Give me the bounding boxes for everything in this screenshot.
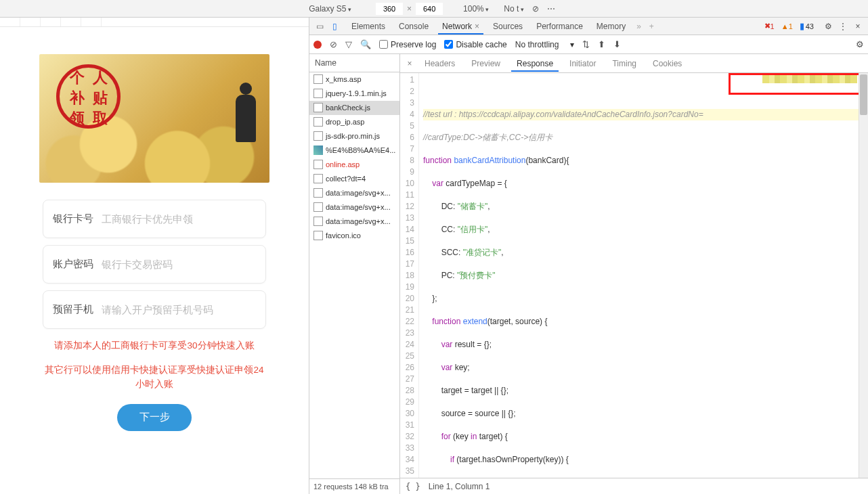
preserve-log-checkbox[interactable]: Preserve log	[379, 40, 436, 49]
dtab-response[interactable]: Response	[508, 56, 561, 71]
throttle-select[interactable]: No t	[504, 4, 524, 14]
tab-sources[interactable]: Sources	[486, 19, 529, 34]
height-input[interactable]	[416, 3, 443, 15]
password-label: 账户密码	[53, 258, 93, 271]
dtab-cookies[interactable]: Cookies	[645, 56, 690, 71]
ruler	[0, 18, 309, 27]
request-row[interactable]: bankCheck.js	[309, 101, 399, 115]
tip-text-2: 其它行可以使用信用卡快捷认证享受快捷认证申领24小时入账	[45, 363, 264, 392]
file-name: jquery-1.9.1.min.js	[326, 89, 387, 97]
warning-badge[interactable]: ▲ 1	[781, 22, 793, 30]
file-name: favicon.ico	[326, 231, 361, 240]
cursor-position: Line 1, Column 1	[429, 482, 490, 491]
card-label: 银行卡号	[53, 212, 93, 225]
request-row[interactable]: drop_ip.asp	[309, 115, 399, 129]
card-field: 银行卡号	[43, 200, 266, 238]
width-input[interactable]	[376, 3, 403, 15]
vertical-scrollbar[interactable]	[859, 73, 868, 478]
tabs-overflow-icon[interactable]: »	[632, 22, 645, 31]
more-icon[interactable]: ⋯	[547, 4, 555, 14]
tab-performance[interactable]: Performance	[529, 19, 590, 34]
network-request-list: Name x_kms.aspjquery-1.9.1.min.jsbankChe…	[309, 54, 400, 494]
tab-elements[interactable]: Elements	[345, 19, 392, 34]
banner-seal: 个人 补贴 领取	[56, 64, 121, 129]
banner-image: 个人 补贴 领取	[39, 54, 269, 183]
download-icon[interactable]: ⬇	[613, 39, 621, 49]
file-name: data:image/svg+x...	[326, 203, 391, 211]
settings-icon[interactable]: ⚙	[821, 22, 836, 31]
tab-network[interactable]: Network×	[435, 19, 486, 34]
disable-cache-checkbox[interactable]: Disable cache	[444, 40, 506, 49]
next-button[interactable]: 下一步	[117, 404, 192, 431]
device-preview-pane: 个人 补贴 领取 银行卡号 账户密码 预留手机	[0, 18, 309, 494]
inspect-icon[interactable]: ▭	[312, 22, 327, 31]
pretty-print-icon[interactable]: { }	[406, 482, 420, 491]
device-mode-icon[interactable]: ▯	[327, 22, 342, 31]
request-row[interactable]: online.asp	[309, 158, 399, 172]
close-detail-icon[interactable]: ×	[403, 59, 416, 68]
file-name: drop_ip.asp	[326, 118, 365, 126]
search-icon[interactable]: 🔍	[360, 39, 371, 49]
upload-icon[interactable]: ⬆	[598, 39, 605, 49]
file-icon	[313, 231, 323, 240]
phone-viewport: 个人 补贴 领取 银行卡号 账户密码 预留手机	[32, 54, 276, 443]
file-name: online.asp	[326, 160, 360, 169]
request-row[interactable]: x_kms.asp	[309, 72, 399, 87]
file-icon	[313, 202, 323, 212]
devtools-panel: ▭ ▯ Elements Console Network× Sources Pe…	[309, 18, 868, 494]
close-devtools-icon[interactable]: ×	[850, 22, 865, 31]
file-icon	[313, 89, 323, 98]
throttling-select[interactable]: No throttling ▾	[515, 40, 574, 49]
file-icon	[313, 188, 323, 198]
password-input[interactable]	[102, 259, 256, 270]
tab-console[interactable]: Console	[392, 19, 435, 34]
dtab-initiator[interactable]: Initiator	[561, 56, 604, 71]
file-icon	[313, 217, 323, 226]
file-icon	[313, 131, 323, 141]
dtab-timing[interactable]: Timing	[604, 56, 645, 71]
rotate-icon[interactable]: ⊘	[532, 4, 539, 14]
dim-separator: ×	[407, 4, 412, 14]
file-icon	[313, 145, 323, 155]
request-row[interactable]: favicon.ico	[309, 229, 399, 243]
dtab-preview[interactable]: Preview	[463, 56, 508, 71]
dtab-headers[interactable]: Headers	[416, 56, 463, 71]
detail-footer: { } Line 1, Column 1	[400, 478, 868, 494]
file-name: data:image/svg+x...	[326, 217, 391, 225]
name-column-header[interactable]: Name	[309, 54, 399, 72]
file-icon	[313, 174, 323, 183]
wifi-icon[interactable]: ⇅	[582, 39, 590, 49]
info-badge[interactable]: 43	[800, 21, 814, 31]
filter-icon[interactable]: ▽	[345, 39, 352, 49]
error-badge[interactable]: ✖ 1	[764, 22, 775, 30]
request-row[interactable]: %E4%B8%AA%E4...	[309, 143, 399, 158]
card-input[interactable]	[102, 213, 256, 225]
record-icon[interactable]	[313, 41, 322, 49]
request-row[interactable]: data:image/svg+x...	[309, 186, 399, 200]
phone-field: 预留手机	[43, 290, 266, 329]
code-content[interactable]: //test url : https://ccdcapi.alipay.com/…	[419, 73, 868, 478]
request-row[interactable]: jquery-1.9.1.min.js	[309, 87, 399, 101]
tip-text-1: 请添加本人的工商银行卡可享受30分钟快速入账	[45, 338, 264, 353]
request-row[interactable]: data:image/svg+x...	[309, 215, 399, 229]
request-row[interactable]: collect?dt=4	[309, 172, 399, 186]
phone-input[interactable]	[102, 304, 256, 315]
device-select[interactable]: Galaxy S5	[309, 4, 351, 14]
detail-tabs: × Headers Preview Response Initiator Tim…	[400, 54, 868, 73]
close-icon[interactable]: ×	[475, 22, 479, 31]
request-row[interactable]: data:image/svg+x...	[309, 200, 399, 215]
clear-icon[interactable]: ⊘	[330, 39, 337, 49]
response-code-view: 1234567891011121314151617181920212223242…	[400, 73, 868, 478]
add-tab-icon[interactable]: +	[645, 22, 658, 31]
devtools-tabs: ▭ ▯ Elements Console Network× Sources Pe…	[309, 18, 868, 35]
device-toolbar: Galaxy S5 × 100% No t ⊘ ⋯	[0, 0, 868, 18]
zoom-select[interactable]: 100%	[463, 4, 489, 14]
customize-icon[interactable]: ⋮	[836, 22, 850, 31]
redacted-region	[762, 75, 857, 83]
network-settings-icon[interactable]: ⚙	[856, 39, 864, 49]
tab-memory[interactable]: Memory	[590, 19, 632, 34]
file-name: %E4%B8%AA%E4...	[326, 146, 395, 154]
request-row[interactable]: js-sdk-pro.min.js	[309, 129, 399, 143]
file-icon	[313, 103, 323, 112]
network-summary: 12 requests 148 kB tra	[309, 478, 399, 494]
